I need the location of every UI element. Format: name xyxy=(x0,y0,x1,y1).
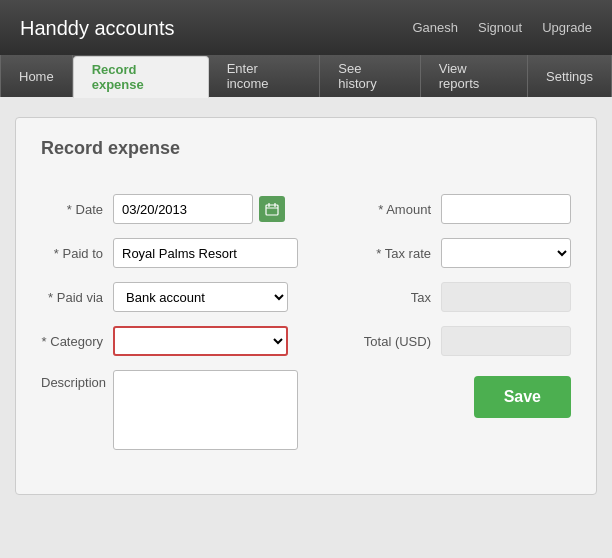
tax-row: Tax xyxy=(351,282,571,312)
form-body: * Date xyxy=(41,194,571,464)
form-left: * Date xyxy=(41,194,321,464)
taxrate-label: * Tax rate xyxy=(376,246,441,261)
tab-record-expense[interactable]: Record expense xyxy=(73,56,209,98)
form-right: * Amount * Tax rate Tax Total xyxy=(351,194,571,464)
tab-see-history[interactable]: See history xyxy=(320,55,420,97)
total-label: Total (USD) xyxy=(364,334,441,349)
header: Handdy accounts Ganesh Signout Upgrade xyxy=(0,0,612,55)
date-wrapper xyxy=(113,194,285,224)
logo-handy: Handdy xyxy=(20,17,89,39)
upgrade-link[interactable]: Upgrade xyxy=(542,20,592,35)
form-card: Record expense * Date xyxy=(15,117,597,495)
header-links: Ganesh Signout Upgrade xyxy=(412,20,592,35)
calendar-icon[interactable] xyxy=(259,196,285,222)
amount-label: * Amount xyxy=(378,202,441,217)
description-row: Description xyxy=(41,370,321,450)
tax-input xyxy=(441,282,571,312)
amount-input[interactable] xyxy=(441,194,571,224)
description-textarea[interactable] xyxy=(113,370,298,450)
tab-home[interactable]: Home xyxy=(0,55,73,97)
logo-accounts: accounts xyxy=(89,17,175,39)
date-row: * Date xyxy=(41,194,321,224)
tab-settings[interactable]: Settings xyxy=(528,55,612,97)
date-input[interactable] xyxy=(113,194,253,224)
paidvia-select[interactable]: Bank account Cash Credit card xyxy=(113,282,288,312)
paidto-label: * Paid to xyxy=(41,246,113,261)
save-row: Save xyxy=(351,376,571,418)
category-select[interactable] xyxy=(113,326,288,356)
total-row: Total (USD) xyxy=(351,326,571,356)
tab-enter-income[interactable]: Enter income xyxy=(209,55,321,97)
form-title: Record expense xyxy=(41,138,571,169)
tab-view-reports[interactable]: View reports xyxy=(421,55,528,97)
paidvia-label: * Paid via xyxy=(41,290,113,305)
taxrate-select[interactable] xyxy=(441,238,571,268)
content-area: Record expense * Date xyxy=(0,97,612,557)
amount-row: * Amount xyxy=(351,194,571,224)
category-row: * Category xyxy=(41,326,321,356)
paidto-input[interactable] xyxy=(113,238,298,268)
paidvia-row: * Paid via Bank account Cash Credit card xyxy=(41,282,321,312)
signout-link[interactable]: Signout xyxy=(478,20,522,35)
save-button[interactable]: Save xyxy=(474,376,571,418)
logo: Handdy accounts xyxy=(20,15,175,41)
description-label: Description xyxy=(41,370,113,390)
svg-rect-0 xyxy=(266,205,278,215)
user-name[interactable]: Ganesh xyxy=(412,20,458,35)
taxrate-row: * Tax rate xyxy=(351,238,571,268)
tax-label: Tax xyxy=(411,290,441,305)
category-label: * Category xyxy=(41,334,113,349)
total-input xyxy=(441,326,571,356)
date-label: * Date xyxy=(41,202,113,217)
paidto-row: * Paid to xyxy=(41,238,321,268)
nav-bar: Home Record expense Enter income See his… xyxy=(0,55,612,97)
